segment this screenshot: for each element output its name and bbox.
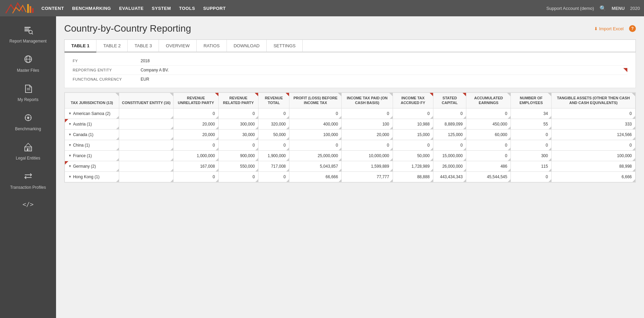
td-revenue-related: 0 — [218, 108, 258, 119]
jurisdiction-expand[interactable]: ▼Hong Kong (1) — [68, 174, 115, 179]
th-income-tax-accrued: INCOME TAX ACCRUED FY — [393, 93, 433, 108]
th-tax-jurisdiction: TAX JURISDICTION (13) — [65, 93, 119, 108]
th-accumulated-earnings-label: ACCUMULATED EARNINGS — [474, 96, 503, 105]
my-reports-icon — [23, 84, 33, 95]
tab-download[interactable]: DOWNLOAD — [227, 40, 267, 52]
td-corner-indicator — [116, 158, 119, 161]
logo[interactable] — [4, 1, 35, 15]
td-jurisdiction[interactable]: ▼Hong Kong (1) — [65, 171, 119, 182]
th-tangible-assets: TANGIBLE ASSETS (OTHER THEN CASH AND CAS… — [552, 93, 636, 108]
td-corner-indicator — [390, 116, 393, 119]
table-row: ▼Austria (1)20,000300,000320,000400,0001… — [65, 119, 636, 129]
td-entity — [119, 161, 174, 171]
td-corner-indicator — [463, 137, 466, 140]
td-entity — [119, 129, 174, 140]
tab-overview[interactable]: OVERVIEW — [159, 40, 197, 52]
jurisdiction-expand[interactable]: ▼France (1) — [68, 153, 115, 158]
nav-benchmarking[interactable]: BENCHMARKING — [72, 6, 111, 11]
td-corner-indicator — [286, 127, 289, 129]
td-corner-indicator — [255, 179, 258, 182]
td-accumulated-earnings: 0 — [466, 150, 511, 161]
td-stated-capital: 15,000,000 — [433, 150, 466, 161]
th-tangible-assets-label: TANGIBLE ASSETS (OTHER THEN CASH AND CAS… — [557, 96, 630, 105]
search-icon[interactable]: 🔍 — [600, 5, 606, 12]
td-jurisdiction[interactable]: ▼Austria (1) — [65, 119, 119, 129]
tab-settings[interactable]: SETTINGS — [267, 40, 303, 52]
td-corner-indicator — [255, 137, 258, 140]
sidebar: Report Management Master Files — [0, 16, 56, 318]
sidebar-item-code[interactable]: </> — [0, 195, 56, 215]
td-entity — [119, 150, 174, 161]
td-jurisdiction[interactable]: ▼American Samoa (2) — [65, 108, 119, 119]
sidebar-item-my-reports[interactable]: My Reports — [0, 78, 56, 107]
td-corner-indicator — [339, 127, 341, 129]
jurisdiction-expand[interactable]: ▼Canada (1) — [68, 132, 115, 137]
td-accumulated-earnings: 0 — [466, 108, 511, 119]
td-revenue-related: 300,000 — [218, 119, 258, 129]
chevron-icon: ▼ — [68, 133, 72, 136]
td-corner-indicator — [286, 179, 289, 182]
sidebar-item-master-files[interactable]: Master Files — [0, 49, 56, 78]
td-revenue-total: 320,000 — [258, 119, 289, 129]
td-accumulated-earnings: 486 — [466, 161, 511, 171]
chevron-icon: ▼ — [68, 112, 72, 115]
nav-support[interactable]: SUPPORT — [203, 6, 226, 11]
tab-bar: TABLE 1 TABLE 2 TABLE 3 OVERVIEW RATIOS … — [64, 39, 636, 52]
nav-system[interactable]: SYSTEM — [152, 6, 171, 11]
td-jurisdiction[interactable]: ▼China (1) — [65, 140, 119, 150]
svg-point-6 — [29, 30, 32, 34]
content-area: Country-by-Country Reporting ⬇ Import Ex… — [56, 16, 644, 318]
nav-links: CONTENT BENCHMARKING EVALUATE SYSTEM TOO… — [41, 6, 547, 11]
sidebar-item-legal-entities[interactable]: Legal Entities — [0, 137, 56, 166]
benchmarking-icon — [23, 113, 33, 124]
td-corner-indicator — [632, 116, 635, 119]
td-corner-indicator — [430, 169, 433, 171]
th-tax-jurisdiction-label: TAX JURISDICTION (13) — [71, 101, 113, 105]
jurisdiction-expand[interactable]: ▼Austria (1) — [68, 122, 115, 127]
td-corner-indicator — [430, 116, 433, 119]
tab-table3[interactable]: TABLE 3 — [128, 40, 159, 52]
td-corner-indicator — [430, 158, 433, 161]
td-corner-indicator — [508, 179, 511, 182]
td-jurisdiction[interactable]: ▼France (1) — [65, 150, 119, 161]
td-stated-capital: 0 — [433, 108, 466, 119]
td-stated-capital: 0 — [433, 140, 466, 150]
td-corner-indicator — [339, 137, 341, 140]
nav-content[interactable]: CONTENT — [41, 6, 64, 11]
td-corner-indicator — [463, 169, 466, 171]
chevron-icon: ▼ — [68, 164, 72, 168]
nav-evaluate[interactable]: EVALUATE — [119, 6, 144, 11]
sidebar-item-report-management[interactable]: Report Management — [0, 20, 56, 49]
tab-ratios[interactable]: RATIOS — [197, 40, 227, 52]
jurisdiction-expand[interactable]: ▼Germany (2) — [68, 164, 115, 169]
svg-rect-23 — [27, 148, 28, 151]
td-jurisdiction[interactable]: ▼Canada (1) — [65, 129, 119, 140]
page-header: Country-by-Country Reporting ⬇ Import Ex… — [64, 23, 636, 34]
help-button[interactable]: ? — [629, 25, 636, 32]
td-corner-indicator — [430, 148, 433, 150]
td-corner-indicator — [171, 158, 173, 161]
td-corner-indicator — [171, 179, 173, 182]
nav-tools[interactable]: TOOLS — [179, 6, 195, 11]
tab-table2[interactable]: TABLE 2 — [96, 40, 128, 52]
td-profit-loss: 0 — [289, 108, 342, 119]
jurisdiction-expand[interactable]: ▼American Samoa (2) — [68, 111, 115, 116]
import-excel-button[interactable]: ⬇ Import Excel — [594, 26, 624, 31]
td-revenue-total: 1,900,000 — [258, 150, 289, 161]
td-corner-indicator — [286, 116, 289, 119]
td-profit-loss: 400,000 — [289, 119, 342, 129]
td-corner-indicator — [171, 137, 173, 140]
sidebar-item-transaction-profiles[interactable]: Transaction Profiles — [0, 166, 56, 195]
td-profit-loss: 100,000 — [289, 129, 342, 140]
th-constituent-entity-label: CONSTITUENT ENTITY (16) — [122, 101, 171, 105]
th-stated-capital-label: STATED CAPITAL — [442, 96, 458, 105]
td-jurisdiction[interactable]: ▼Germany (2) — [65, 161, 119, 171]
jurisdiction-expand[interactable]: ▼China (1) — [68, 143, 115, 148]
tab-table1[interactable]: TABLE 1 — [65, 40, 96, 52]
sidebar-item-benchmarking[interactable]: Benchmarking — [0, 107, 56, 137]
td-corner-indicator — [632, 179, 635, 182]
menu-button[interactable]: MENU — [612, 6, 625, 11]
red-corner-left — [65, 119, 68, 122]
svg-rect-4 — [24, 29, 29, 30]
td-corner-indicator — [508, 148, 511, 150]
